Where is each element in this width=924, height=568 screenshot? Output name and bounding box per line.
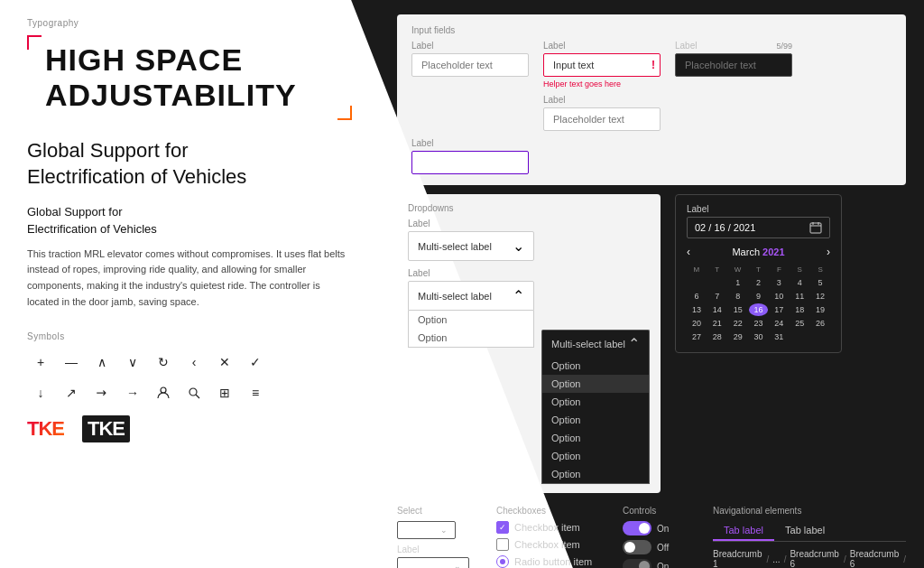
cal-header-s2: S [810,264,830,275]
cal-day-1[interactable]: 1 [728,276,748,289]
svg-rect-3 [810,223,821,233]
cal-day-26[interactable]: 26 [810,317,830,330]
checkbox-checked[interactable]: ✓ [496,521,509,534]
cal-day-7[interactable]: 7 [707,290,727,303]
fields-row-2: Label [411,138,892,174]
dropdown-group-1: Label Multi-select label ⌄ [408,219,650,261]
cal-day-8[interactable]: 8 [728,290,748,303]
breadcrumb-6[interactable]: Breadcrumb 6 [850,549,901,568]
cal-day-12[interactable]: 12 [810,290,830,303]
left-panel: Typography HIGH SPACE ADJUSTABILITY Glob… [0,0,379,568]
dropdown-dark-opt5[interactable]: Option [542,429,649,447]
breadcrumb-1[interactable]: Breadcrumb 1 [713,549,763,568]
field-label-3: Label [675,41,697,51]
cal-day-17[interactable]: 17 [769,303,789,316]
helper-text: Helper text goes here [543,79,661,88]
cal-day-31[interactable]: 31 [769,331,789,343]
cal-day-11[interactable]: 11 [790,290,809,303]
subtitle-small: Global Support forElectrification of Veh… [27,204,352,237]
date-value: 02 / 16 / 2021 [695,222,806,233]
input-field-focused[interactable] [411,151,529,174]
symbol-download: ↓ [27,379,54,406]
cal-day-20[interactable]: 20 [687,317,707,330]
dropdown-value-2: Multi-select label [418,291,492,302]
cal-year: 2021 [762,247,784,257]
cal-day-14[interactable]: 14 [707,303,727,316]
cal-day-29[interactable]: 29 [728,331,748,343]
cal-day-15[interactable]: 15 [728,303,748,316]
dropdown-dark-opt7[interactable]: Option [542,465,649,483]
breadcrumb-sep-4: / [903,554,906,564]
dropdown-dark-opt3[interactable]: Option [542,393,649,411]
cal-next-btn[interactable]: › [827,246,830,258]
input-field-1[interactable] [411,53,529,77]
toggle-thumb-on [639,523,650,534]
checkbox-item-1[interactable]: ✓ Checkbox item [496,521,605,534]
breadcrumb-5[interactable]: Breadcrumb 6 [790,549,840,568]
calendar-label: Label [687,204,830,214]
breadcrumb-sep-1: / [767,554,770,564]
cal-day-23[interactable]: 23 [749,317,769,330]
dropdown-dark-opt1[interactable]: Option [542,357,649,375]
select-column: Select 10 ⌄ Label 25 GB ⌄ Label ▲ ▼ [397,506,478,568]
dropdown-dark-opt4[interactable]: Option [542,411,649,429]
cal-header-t2: T [749,264,769,275]
toggle-off: Off [623,540,695,554]
select-10-wrapper[interactable]: 10 ⌄ [397,521,456,539]
logos-row: TKE TKE [27,415,352,442]
dropdown-closed-1[interactable]: Multi-select label ⌄ [408,231,534,261]
chevron-up-icon-2: ⌃ [513,287,524,304]
cal-day-22[interactable]: 22 [728,317,748,330]
breadcrumb-ellipsis[interactable]: ... [772,554,780,564]
cal-day-19[interactable]: 19 [810,303,830,316]
input-field-error[interactable] [543,53,661,77]
toggle-track-on-disabled[interactable] [623,559,651,568]
cal-day-13[interactable]: 13 [687,303,707,316]
cal-day-6[interactable]: 6 [687,290,707,303]
field-label-2: Label [543,41,661,51]
select-25gb-wrapper[interactable]: 25 GB ⌄ [397,557,469,568]
toggle-track-off[interactable] [623,540,651,554]
dropdown-open-header-2[interactable]: Multi-select label ⌃ [408,281,534,311]
symbol-down: ∨ [119,349,146,376]
radio-item-1[interactable]: Radio button item [496,555,605,568]
field-label-1: Label [411,41,529,51]
cal-month: March 2021 [732,247,784,257]
tab-1[interactable]: Tab label [713,521,774,541]
toggle-track-on[interactable] [623,521,651,535]
input-wrapper-error: ! [543,53,661,77]
cal-day-3[interactable]: 3 [769,276,789,289]
date-input-row[interactable]: 02 / 16 / 2021 [687,217,830,238]
dropdown-dark-opt6[interactable]: Option [542,447,649,465]
dropdown-dark-opt2[interactable]: Option [542,375,649,393]
cal-day-9[interactable]: 9 [749,290,769,303]
cal-day-4[interactable]: 4 [790,276,809,289]
cal-day-18[interactable]: 18 [790,303,809,316]
checkbox-unchecked[interactable] [496,538,509,551]
dropdown-dark-list: Option Option Option Option Option Optio… [541,357,650,484]
cal-prev-btn[interactable]: ‹ [687,246,690,258]
input-field-dark[interactable] [675,53,792,77]
checkbox-item-2[interactable]: Checkbox item [496,538,605,551]
tab-2[interactable]: Tab label [774,521,836,541]
cal-day-10[interactable]: 10 [769,290,789,303]
cal-day-2[interactable]: 2 [749,276,769,289]
toggle-on: On [623,521,695,535]
cal-day-27[interactable]: 27 [687,331,707,343]
calendar-icon [809,221,822,234]
cal-day-16-today[interactable]: 16 [749,303,769,316]
input-field-2b[interactable] [543,107,661,131]
cal-day-5[interactable]: 5 [810,276,830,289]
calendar-header: ‹ March 2021 › [687,246,830,258]
cal-day-25[interactable]: 25 [790,317,809,330]
cal-day-28[interactable]: 28 [707,331,727,343]
radio-dot [500,559,505,564]
cal-day-30[interactable]: 30 [749,331,769,343]
symbols-section: Symbols + — ∧ ∨ ↻ ‹ ✕ ✓ ↓ ↗ ↗ → [27,331,352,442]
radio-label-1: Radio button item [514,556,592,567]
radio-selected[interactable] [496,555,509,568]
cal-day-24[interactable]: 24 [769,317,789,330]
cal-header-f: F [769,264,789,275]
dropdown-dark-header[interactable]: Multi-select label ⌃ [541,330,650,357]
cal-day-21[interactable]: 21 [707,317,727,330]
